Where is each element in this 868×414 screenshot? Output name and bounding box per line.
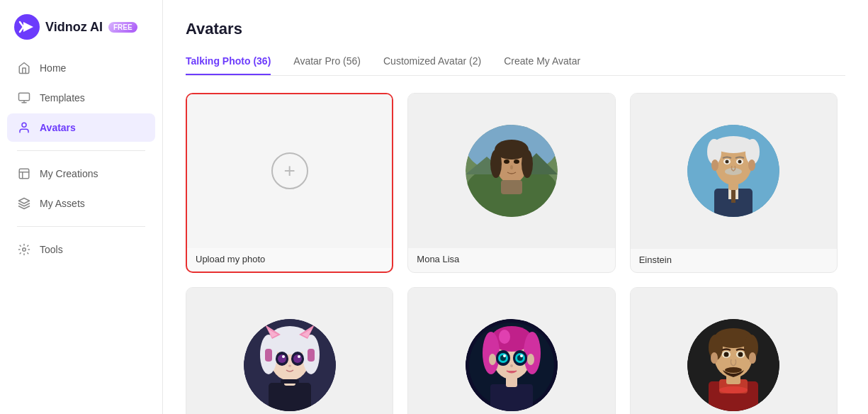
- svg-point-23: [510, 165, 513, 169]
- svg-rect-2: [19, 93, 30, 101]
- templates-icon: [17, 91, 31, 105]
- svg-point-93: [725, 367, 742, 373]
- mona-lisa-image: [408, 94, 614, 248]
- svg-point-83: [527, 354, 534, 365]
- free-badge: FREE: [108, 22, 137, 33]
- tools-icon: [17, 242, 31, 257]
- svg-point-5: [22, 123, 26, 127]
- upload-card-label: Upload my photo: [187, 248, 392, 272]
- avatar-card-peyton[interactable]: Peyton: [186, 287, 393, 414]
- svg-point-34: [725, 168, 742, 175]
- svg-point-70: [483, 332, 500, 374]
- svg-point-60: [298, 355, 300, 358]
- svg-point-82: [489, 354, 496, 365]
- avatars-icon: [17, 121, 31, 135]
- svg-rect-6: [19, 169, 29, 179]
- svg-point-21: [504, 160, 509, 164]
- sidebar-item-home-label: Home: [40, 62, 66, 74]
- my-creations-icon: [17, 167, 31, 181]
- logo: Vidnoz AI FREE: [0, 9, 162, 54]
- svg-rect-43: [269, 383, 311, 411]
- sidebar-item-templates[interactable]: Templates: [7, 84, 155, 112]
- avatar-grid: + Upload my photo: [186, 93, 838, 414]
- tab-customized-avatar[interactable]: Customized Avatar (2): [383, 55, 481, 75]
- einstein-label: Einstein: [631, 249, 837, 272]
- svg-point-38: [738, 160, 742, 164]
- tab-create-my-avatar[interactable]: Create My Avatar: [504, 55, 580, 75]
- sidebar-nav: Home Templates Avatars: [0, 54, 162, 264]
- upload-card-image: +: [187, 94, 392, 248]
- svg-point-10: [23, 248, 26, 252]
- svg-rect-62: [281, 379, 299, 384]
- svg-rect-28: [731, 189, 735, 203]
- svg-point-80: [520, 354, 523, 357]
- sidebar-item-tools-label: Tools: [40, 244, 63, 255]
- avatar-card-mona-lisa[interactable]: Mona Lisa: [407, 93, 615, 273]
- svg-rect-20: [501, 180, 522, 194]
- sidebar-item-tools[interactable]: Tools: [7, 235, 155, 264]
- iron-image: [631, 288, 837, 414]
- svg-point-19: [522, 150, 533, 178]
- svg-point-98: [711, 352, 718, 364]
- svg-point-61: [288, 365, 291, 367]
- avatar-upload-card[interactable]: + Upload my photo: [186, 93, 393, 273]
- svg-point-40: [748, 160, 755, 171]
- nav-divider: [17, 150, 145, 151]
- sidebar-item-avatars[interactable]: Avatars: [7, 113, 155, 142]
- svg-point-99: [749, 352, 756, 364]
- svg-point-36: [726, 160, 729, 164]
- einstein-image: [631, 94, 837, 249]
- svg-point-95: [724, 352, 729, 357]
- svg-point-57: [278, 354, 286, 363]
- sidebar-item-my-assets[interactable]: My Assets: [7, 189, 155, 218]
- svg-point-100: [719, 386, 748, 393]
- sidebar-item-my-assets-label: My Assets: [40, 198, 85, 209]
- sidebar-item-avatars-label: Avatars: [40, 122, 76, 133]
- svg-rect-53: [265, 349, 272, 362]
- svg-point-18: [490, 150, 502, 178]
- sidebar-item-home[interactable]: Home: [7, 54, 155, 82]
- maeve-image: [408, 288, 614, 414]
- svg-rect-54: [308, 349, 315, 362]
- svg-point-97: [738, 352, 743, 357]
- svg-point-79: [503, 354, 506, 357]
- main-content: Avatars Talking Photo (36) Avatar Pro (5…: [163, 0, 868, 414]
- svg-point-39: [711, 160, 718, 171]
- sidebar: Vidnoz AI FREE Home Templates: [0, 0, 163, 414]
- sidebar-item-my-creations-label: My Creations: [40, 168, 98, 179]
- avatar-card-iron[interactable]: Iron: [630, 287, 838, 414]
- nav-divider-2: [17, 226, 145, 227]
- tab-avatar-pro[interactable]: Avatar Pro (56): [293, 55, 361, 75]
- svg-marker-9: [19, 198, 30, 204]
- svg-point-59: [282, 355, 285, 358]
- tabs-bar: Talking Photo (36) Avatar Pro (56) Custo…: [186, 55, 845, 76]
- avatar-card-einstein[interactable]: Einstein: [630, 93, 838, 273]
- brand-name: Vidnoz AI: [45, 20, 103, 35]
- sidebar-item-templates-label: Templates: [40, 92, 85, 103]
- logo-icon: [14, 14, 40, 40]
- tab-talking-photo[interactable]: Talking Photo (36): [186, 55, 271, 75]
- svg-point-72: [499, 330, 510, 344]
- svg-point-71: [524, 332, 541, 374]
- my-assets-icon: [17, 196, 31, 211]
- svg-point-58: [293, 354, 302, 363]
- svg-point-81: [510, 364, 513, 367]
- svg-rect-66: [490, 384, 533, 411]
- sidebar-item-my-creations[interactable]: My Creations: [7, 160, 155, 188]
- avatar-card-maeve[interactable]: Maeve: [407, 287, 615, 414]
- home-icon: [17, 61, 31, 75]
- plus-circle-icon: +: [271, 152, 308, 189]
- mona-lisa-label: Mona Lisa: [408, 248, 614, 272]
- svg-point-22: [514, 160, 519, 164]
- page-title: Avatars: [186, 20, 845, 38]
- peyton-image: [186, 288, 393, 414]
